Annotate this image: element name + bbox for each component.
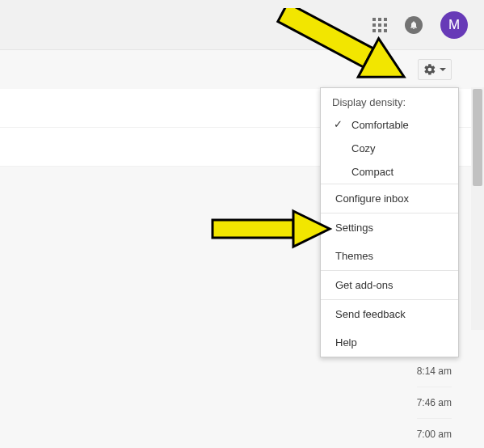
settings-dropdown: Display density: Comfortable Cozy Compac… xyxy=(320,87,459,357)
scrollbar[interactable] xyxy=(471,87,484,330)
gear-icon xyxy=(423,63,436,76)
timestamps-column: 8:14 am 7:46 am 7:00 am xyxy=(417,356,452,448)
density-cozy[interactable]: Cozy xyxy=(321,137,458,160)
density-comfortable[interactable]: Comfortable xyxy=(321,113,458,137)
chevron-down-icon xyxy=(440,68,446,71)
dropdown-header: Display density: xyxy=(321,88,458,113)
themes-menu-item[interactable]: Themes xyxy=(321,242,458,270)
settings-gear-button[interactable] xyxy=(418,59,452,80)
svg-rect-0 xyxy=(278,8,373,67)
avatar[interactable]: M xyxy=(440,11,468,39)
configure-inbox[interactable]: Configure inbox xyxy=(321,184,458,213)
annotation-arrow-icon xyxy=(208,209,338,249)
svg-rect-2 xyxy=(213,220,293,238)
annotation-arrow-icon xyxy=(267,8,420,81)
scroll-thumb[interactable] xyxy=(473,89,482,186)
density-compact[interactable]: Compact xyxy=(321,160,458,184)
svg-marker-3 xyxy=(293,211,330,247)
help-menu-item[interactable]: Help xyxy=(321,328,458,357)
timestamp: 7:46 am xyxy=(417,387,452,418)
get-addons-menu-item[interactable]: Get add-ons xyxy=(321,271,458,299)
settings-menu-item[interactable]: Settings xyxy=(321,213,458,242)
timestamp: 7:00 am xyxy=(417,418,452,448)
timestamp: 8:14 am xyxy=(417,356,452,387)
send-feedback-menu-item[interactable]: Send feedback xyxy=(321,300,458,328)
avatar-letter: M xyxy=(448,17,460,33)
